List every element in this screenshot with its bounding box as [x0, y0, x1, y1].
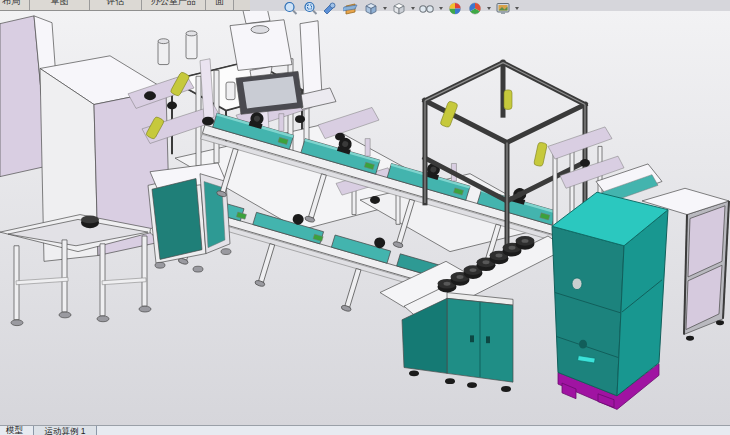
tab-motion-study-1[interactable]: 运动算例 1 — [33, 425, 97, 435]
hmi-monitor[interactable] — [236, 71, 303, 114]
apply-scene-dropdown[interactable] — [485, 1, 492, 17]
teal-panel-cabinet[interactable] — [148, 163, 231, 272]
model-tab-bar: 模型 运动算例 1 — [0, 425, 730, 435]
stand-column — [296, 21, 336, 110]
tab-layout[interactable]: 布局 — [0, 0, 30, 11]
display-style-icon[interactable] — [389, 1, 408, 17]
tab-office-products[interactable]: 办公室产品 — [142, 0, 206, 11]
apply-scene-icon[interactable] — [465, 1, 484, 17]
hide-show-items-icon[interactable] — [417, 1, 436, 17]
graphics-viewport[interactable] — [0, 11, 730, 425]
section-view-icon[interactable] — [341, 1, 360, 17]
left-belt-conveyor[interactable] — [0, 215, 164, 326]
hide-show-items-dropdown[interactable] — [437, 1, 444, 17]
zoom-to-fit-icon[interactable] — [281, 1, 300, 17]
tab-partial[interactable]: 面 — [206, 0, 234, 11]
tab-sketch[interactable]: 草图 — [30, 0, 90, 11]
headsup-view-toolbar — [281, 0, 520, 17]
view-orientation-icon[interactable] — [361, 1, 380, 17]
solidworks-window: 布局 草图 评估 办公室产品 面 — [0, 0, 730, 435]
command-manager-tabs: 布局 草图 评估 办公室产品 面 — [0, 0, 250, 11]
display-style-dropdown[interactable] — [409, 1, 416, 17]
tab-model[interactable]: 模型 — [0, 425, 29, 435]
view-orientation-dropdown[interactable] — [381, 1, 388, 17]
view-settings-icon[interactable] — [493, 1, 512, 17]
zoom-to-area-icon[interactable] — [301, 1, 320, 17]
view-settings-dropdown[interactable] — [513, 1, 520, 17]
previous-view-icon[interactable] — [321, 1, 340, 17]
tab-evaluate[interactable]: 评估 — [90, 0, 142, 11]
edit-appearance-icon[interactable] — [445, 1, 464, 17]
electrical-cabinet[interactable] — [552, 192, 668, 409]
assembly-scene — [0, 11, 730, 425]
